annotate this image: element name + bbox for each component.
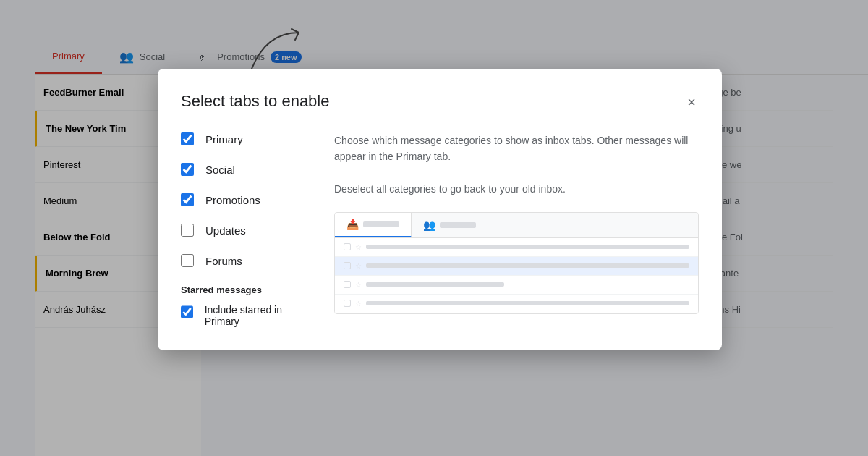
inbox-preview: 📥 👥 ☆ ☆ — [334, 212, 699, 314]
label-forums[interactable]: Forums — [205, 255, 242, 267]
option-social: Social — [181, 163, 311, 176]
preview-cb2 — [344, 262, 351, 269]
checkbox-starred[interactable] — [181, 305, 193, 318]
social-preview-icon: 👥 — [423, 219, 435, 231]
preview-line3 — [366, 282, 504, 287]
arrow-indicator — [244, 25, 317, 76]
preview-tab-social: 👥 — [412, 213, 488, 237]
preview-line1 — [366, 245, 689, 249]
label-updates[interactable]: Updates — [205, 224, 246, 237]
preview-line2 — [366, 263, 689, 268]
preview-row-1: ☆ — [335, 238, 698, 257]
checkbox-social[interactable] — [181, 163, 194, 176]
preview-row-2: ☆ — [335, 257, 698, 276]
starred-item: Include starred in Primary — [181, 304, 311, 327]
label-social[interactable]: Social — [205, 164, 235, 176]
preview-star3: ☆ — [355, 281, 362, 289]
close-button[interactable]: × — [684, 92, 699, 112]
preview-tab-line2 — [440, 222, 476, 228]
preview-cb4 — [344, 300, 351, 307]
starred-section-title: Starred messages — [181, 284, 311, 295]
option-forums: Forums — [181, 254, 311, 267]
preview-star2: ☆ — [355, 262, 362, 270]
preview-rows: ☆ ☆ ☆ ☆ — [335, 238, 698, 313]
dialog-header: Select tabs to enable × — [181, 92, 699, 112]
option-promotions: Promotions — [181, 193, 311, 206]
preview-star1: ☆ — [355, 243, 362, 251]
checkbox-primary[interactable] — [181, 132, 194, 145]
checkbox-promotions[interactable] — [181, 193, 194, 206]
checkbox-forums[interactable] — [181, 254, 194, 267]
label-starred[interactable]: Include starred in Primary — [205, 304, 311, 327]
dialog-title: Select tabs to enable — [181, 92, 329, 111]
preview-tabs: 📥 👥 — [335, 213, 698, 238]
description-text: Choose which message categories to show … — [334, 132, 699, 198]
description-column: Choose which message categories to show … — [334, 132, 699, 327]
preview-row-3: ☆ — [335, 276, 698, 295]
preview-tab-inbox: 📥 — [335, 213, 412, 237]
select-tabs-dialog: Select tabs to enable × Primary Social P… — [158, 69, 722, 350]
preview-cb1 — [344, 243, 351, 250]
preview-row-4: ☆ — [335, 295, 698, 313]
preview-tab-line1 — [363, 221, 399, 227]
checkbox-updates[interactable] — [181, 224, 194, 237]
options-column: Primary Social Promotions Updates Forums… — [181, 132, 311, 327]
preview-cb3 — [344, 281, 351, 288]
label-promotions[interactable]: Promotions — [205, 194, 260, 206]
label-primary[interactable]: Primary — [205, 133, 243, 145]
preview-line4 — [366, 301, 689, 305]
option-primary: Primary — [181, 132, 311, 145]
option-updates: Updates — [181, 224, 311, 237]
inbox-tab-icon: 📥 — [346, 219, 359, 230]
dialog-body: Primary Social Promotions Updates Forums… — [181, 132, 699, 327]
preview-star4: ☆ — [355, 300, 362, 308]
starred-section: Starred messages Include starred in Prim… — [181, 284, 311, 327]
